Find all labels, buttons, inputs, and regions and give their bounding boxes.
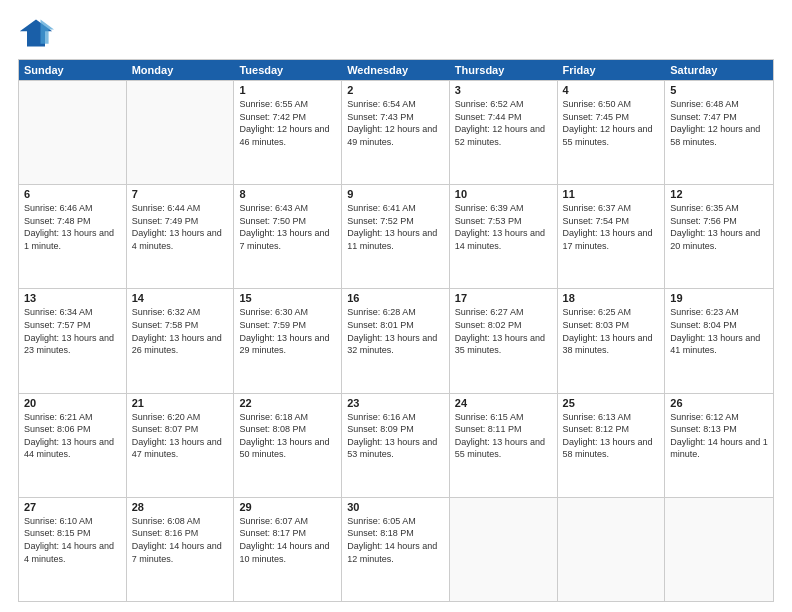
sun-info: Sunrise: 6:46 AM Sunset: 7:48 PM Dayligh…	[24, 202, 121, 252]
day-number: 27	[24, 501, 121, 513]
day-number: 16	[347, 292, 444, 304]
calendar-header: SundayMondayTuesdayWednesdayThursdayFrid…	[19, 60, 773, 80]
day-number: 9	[347, 188, 444, 200]
calendar-cell: 28Sunrise: 6:08 AM Sunset: 8:16 PM Dayli…	[127, 498, 235, 601]
calendar-cell: 7Sunrise: 6:44 AM Sunset: 7:49 PM Daylig…	[127, 185, 235, 288]
calendar-day-header: Wednesday	[342, 60, 450, 80]
calendar-cell: 12Sunrise: 6:35 AM Sunset: 7:56 PM Dayli…	[665, 185, 773, 288]
day-number: 15	[239, 292, 336, 304]
calendar-cell: 1Sunrise: 6:55 AM Sunset: 7:42 PM Daylig…	[234, 81, 342, 184]
sun-info: Sunrise: 6:07 AM Sunset: 8:17 PM Dayligh…	[239, 515, 336, 565]
sun-info: Sunrise: 6:52 AM Sunset: 7:44 PM Dayligh…	[455, 98, 552, 148]
calendar-cell	[558, 498, 666, 601]
sun-info: Sunrise: 6:23 AM Sunset: 8:04 PM Dayligh…	[670, 306, 768, 356]
calendar-week-row: 6Sunrise: 6:46 AM Sunset: 7:48 PM Daylig…	[19, 184, 773, 288]
calendar-cell	[127, 81, 235, 184]
sun-info: Sunrise: 6:43 AM Sunset: 7:50 PM Dayligh…	[239, 202, 336, 252]
page: SundayMondayTuesdayWednesdayThursdayFrid…	[0, 0, 792, 612]
day-number: 11	[563, 188, 660, 200]
calendar-cell: 16Sunrise: 6:28 AM Sunset: 8:01 PM Dayli…	[342, 289, 450, 392]
calendar-cell: 10Sunrise: 6:39 AM Sunset: 7:53 PM Dayli…	[450, 185, 558, 288]
day-number: 22	[239, 397, 336, 409]
day-number: 29	[239, 501, 336, 513]
sun-info: Sunrise: 6:50 AM Sunset: 7:45 PM Dayligh…	[563, 98, 660, 148]
calendar-day-header: Friday	[558, 60, 666, 80]
day-number: 2	[347, 84, 444, 96]
calendar-day-header: Sunday	[19, 60, 127, 80]
calendar-week-row: 1Sunrise: 6:55 AM Sunset: 7:42 PM Daylig…	[19, 80, 773, 184]
sun-info: Sunrise: 6:35 AM Sunset: 7:56 PM Dayligh…	[670, 202, 768, 252]
calendar-cell: 8Sunrise: 6:43 AM Sunset: 7:50 PM Daylig…	[234, 185, 342, 288]
sun-info: Sunrise: 6:30 AM Sunset: 7:59 PM Dayligh…	[239, 306, 336, 356]
sun-info: Sunrise: 6:08 AM Sunset: 8:16 PM Dayligh…	[132, 515, 229, 565]
day-number: 21	[132, 397, 229, 409]
sun-info: Sunrise: 6:15 AM Sunset: 8:11 PM Dayligh…	[455, 411, 552, 461]
calendar-cell: 19Sunrise: 6:23 AM Sunset: 8:04 PM Dayli…	[665, 289, 773, 392]
calendar-cell: 2Sunrise: 6:54 AM Sunset: 7:43 PM Daylig…	[342, 81, 450, 184]
calendar-cell: 13Sunrise: 6:34 AM Sunset: 7:57 PM Dayli…	[19, 289, 127, 392]
sun-info: Sunrise: 6:54 AM Sunset: 7:43 PM Dayligh…	[347, 98, 444, 148]
calendar-week-row: 27Sunrise: 6:10 AM Sunset: 8:15 PM Dayli…	[19, 497, 773, 601]
sun-info: Sunrise: 6:20 AM Sunset: 8:07 PM Dayligh…	[132, 411, 229, 461]
calendar-cell: 21Sunrise: 6:20 AM Sunset: 8:07 PM Dayli…	[127, 394, 235, 497]
sun-info: Sunrise: 6:21 AM Sunset: 8:06 PM Dayligh…	[24, 411, 121, 461]
sun-info: Sunrise: 6:27 AM Sunset: 8:02 PM Dayligh…	[455, 306, 552, 356]
day-number: 7	[132, 188, 229, 200]
calendar-cell: 22Sunrise: 6:18 AM Sunset: 8:08 PM Dayli…	[234, 394, 342, 497]
calendar-cell: 4Sunrise: 6:50 AM Sunset: 7:45 PM Daylig…	[558, 81, 666, 184]
calendar-cell	[19, 81, 127, 184]
calendar-cell: 25Sunrise: 6:13 AM Sunset: 8:12 PM Dayli…	[558, 394, 666, 497]
day-number: 10	[455, 188, 552, 200]
calendar-week-row: 13Sunrise: 6:34 AM Sunset: 7:57 PM Dayli…	[19, 288, 773, 392]
day-number: 26	[670, 397, 768, 409]
calendar-cell: 9Sunrise: 6:41 AM Sunset: 7:52 PM Daylig…	[342, 185, 450, 288]
calendar-cell: 30Sunrise: 6:05 AM Sunset: 8:18 PM Dayli…	[342, 498, 450, 601]
sun-info: Sunrise: 6:10 AM Sunset: 8:15 PM Dayligh…	[24, 515, 121, 565]
calendar-day-header: Monday	[127, 60, 235, 80]
day-number: 28	[132, 501, 229, 513]
day-number: 23	[347, 397, 444, 409]
sun-info: Sunrise: 6:12 AM Sunset: 8:13 PM Dayligh…	[670, 411, 768, 461]
sun-info: Sunrise: 6:34 AM Sunset: 7:57 PM Dayligh…	[24, 306, 121, 356]
calendar: SundayMondayTuesdayWednesdayThursdayFrid…	[18, 59, 774, 602]
calendar-cell: 18Sunrise: 6:25 AM Sunset: 8:03 PM Dayli…	[558, 289, 666, 392]
calendar-cell: 17Sunrise: 6:27 AM Sunset: 8:02 PM Dayli…	[450, 289, 558, 392]
day-number: 8	[239, 188, 336, 200]
sun-info: Sunrise: 6:16 AM Sunset: 8:09 PM Dayligh…	[347, 411, 444, 461]
sun-info: Sunrise: 6:13 AM Sunset: 8:12 PM Dayligh…	[563, 411, 660, 461]
day-number: 6	[24, 188, 121, 200]
day-number: 1	[239, 84, 336, 96]
logo-icon	[18, 15, 54, 51]
day-number: 12	[670, 188, 768, 200]
calendar-week-row: 20Sunrise: 6:21 AM Sunset: 8:06 PM Dayli…	[19, 393, 773, 497]
day-number: 19	[670, 292, 768, 304]
calendar-cell: 5Sunrise: 6:48 AM Sunset: 7:47 PM Daylig…	[665, 81, 773, 184]
calendar-day-header: Thursday	[450, 60, 558, 80]
logo	[18, 15, 58, 51]
sun-info: Sunrise: 6:18 AM Sunset: 8:08 PM Dayligh…	[239, 411, 336, 461]
svg-marker-1	[41, 20, 55, 44]
sun-info: Sunrise: 6:39 AM Sunset: 7:53 PM Dayligh…	[455, 202, 552, 252]
calendar-day-header: Tuesday	[234, 60, 342, 80]
day-number: 24	[455, 397, 552, 409]
calendar-cell: 29Sunrise: 6:07 AM Sunset: 8:17 PM Dayli…	[234, 498, 342, 601]
day-number: 30	[347, 501, 444, 513]
day-number: 14	[132, 292, 229, 304]
calendar-cell	[450, 498, 558, 601]
sun-info: Sunrise: 6:32 AM Sunset: 7:58 PM Dayligh…	[132, 306, 229, 356]
day-number: 5	[670, 84, 768, 96]
sun-info: Sunrise: 6:28 AM Sunset: 8:01 PM Dayligh…	[347, 306, 444, 356]
calendar-cell: 27Sunrise: 6:10 AM Sunset: 8:15 PM Dayli…	[19, 498, 127, 601]
calendar-body: 1Sunrise: 6:55 AM Sunset: 7:42 PM Daylig…	[19, 80, 773, 601]
sun-info: Sunrise: 6:05 AM Sunset: 8:18 PM Dayligh…	[347, 515, 444, 565]
day-number: 13	[24, 292, 121, 304]
calendar-cell: 11Sunrise: 6:37 AM Sunset: 7:54 PM Dayli…	[558, 185, 666, 288]
calendar-cell: 6Sunrise: 6:46 AM Sunset: 7:48 PM Daylig…	[19, 185, 127, 288]
day-number: 4	[563, 84, 660, 96]
day-number: 17	[455, 292, 552, 304]
calendar-cell: 15Sunrise: 6:30 AM Sunset: 7:59 PM Dayli…	[234, 289, 342, 392]
calendar-cell: 26Sunrise: 6:12 AM Sunset: 8:13 PM Dayli…	[665, 394, 773, 497]
sun-info: Sunrise: 6:25 AM Sunset: 8:03 PM Dayligh…	[563, 306, 660, 356]
calendar-cell: 14Sunrise: 6:32 AM Sunset: 7:58 PM Dayli…	[127, 289, 235, 392]
sun-info: Sunrise: 6:44 AM Sunset: 7:49 PM Dayligh…	[132, 202, 229, 252]
